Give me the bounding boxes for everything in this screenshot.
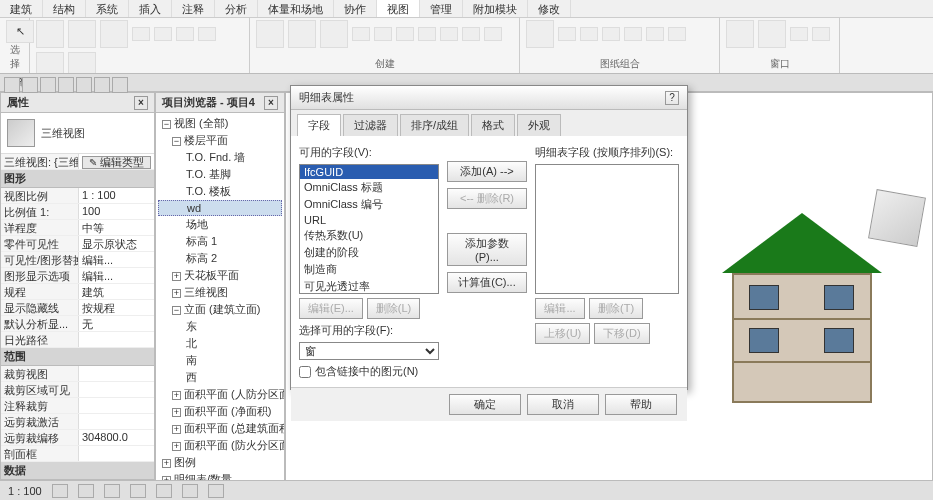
add-button[interactable]: 添加(A) --> bbox=[447, 161, 527, 182]
tab-analyze[interactable]: 分析 bbox=[215, 0, 258, 17]
tree-item[interactable]: 北 bbox=[158, 335, 282, 352]
prop-value[interactable]: 304800.0 bbox=[79, 430, 154, 445]
available-fields-list[interactable]: IfcGUIDOmniClass 标题OmniClass 编号URL传热系数(U… bbox=[299, 164, 439, 294]
ok-button[interactable]: 确定 bbox=[449, 394, 521, 415]
tree-elev[interactable]: −立面 (建筑立面) bbox=[158, 301, 282, 318]
tree-item[interactable]: T.O. Fnd. 墙 bbox=[158, 149, 282, 166]
thin-lines-button[interactable] bbox=[132, 27, 150, 41]
tree-ceiling[interactable]: +天花板平面 bbox=[158, 267, 282, 284]
tab-addin[interactable]: 附加模块 bbox=[463, 0, 528, 17]
tab-sys[interactable]: 系统 bbox=[86, 0, 129, 17]
cut-profile-button[interactable] bbox=[198, 27, 216, 41]
legend-button[interactable] bbox=[440, 27, 458, 41]
tree-item[interactable]: T.O. 楼板 bbox=[158, 183, 282, 200]
project-tree[interactable]: −视图 (全部) −楼层平面 T.O. Fnd. 墙T.O. 基脚T.O. 楼板… bbox=[156, 113, 284, 499]
sheet-button[interactable] bbox=[526, 20, 554, 48]
category-camera[interactable]: 数据 bbox=[1, 462, 154, 480]
list-item[interactable]: IfcGUID bbox=[300, 165, 438, 179]
prop-value[interactable] bbox=[79, 398, 154, 413]
close-icon[interactable]: × bbox=[264, 96, 278, 110]
tab-struct[interactable]: 结构 bbox=[43, 0, 86, 17]
prop-value[interactable] bbox=[79, 414, 154, 429]
tree-floor-plans[interactable]: −楼层平面 bbox=[158, 132, 282, 149]
prop-value[interactable]: 无 bbox=[79, 316, 154, 331]
tree-area3[interactable]: +面积平面 (总建筑面积) bbox=[158, 420, 282, 437]
tab-modify[interactable]: 修改 bbox=[528, 0, 571, 17]
revision-button[interactable] bbox=[646, 27, 664, 41]
qat-btn[interactable] bbox=[4, 77, 20, 93]
dialog-close-icon[interactable]: ? bbox=[665, 91, 679, 105]
tab-sort[interactable]: 排序/成组 bbox=[400, 114, 469, 136]
sb-btn[interactable] bbox=[104, 484, 120, 498]
sb-btn[interactable] bbox=[130, 484, 146, 498]
delete-field-button[interactable]: 删除(L) bbox=[367, 298, 420, 319]
close-window-button[interactable] bbox=[758, 20, 786, 48]
matchline-button[interactable] bbox=[602, 27, 620, 41]
visibility-button[interactable] bbox=[68, 20, 96, 48]
prop-value[interactable] bbox=[79, 366, 154, 381]
title-block-button[interactable] bbox=[580, 27, 598, 41]
list-item[interactable]: OmniClass 标题 bbox=[300, 179, 438, 196]
tab-annot[interactable]: 注释 bbox=[172, 0, 215, 17]
tree-item[interactable]: 标高 2 bbox=[158, 250, 282, 267]
close-icon[interactable]: × bbox=[134, 96, 148, 110]
calc-value-button[interactable]: 计算值(C)... bbox=[447, 272, 527, 293]
list-item[interactable]: 可见光透过率 bbox=[300, 278, 438, 294]
view-templates-button[interactable] bbox=[36, 20, 64, 48]
tab-fields[interactable]: 字段 bbox=[297, 114, 341, 136]
edit-field-button[interactable]: 编辑(E)... bbox=[299, 298, 363, 319]
prop-value[interactable]: 100 bbox=[79, 204, 154, 219]
move-down-button[interactable]: 下移(D) bbox=[594, 323, 649, 344]
tree-area2[interactable]: +面积平面 (净面积) bbox=[158, 403, 282, 420]
prop-value[interactable]: 显示原状态 bbox=[79, 236, 154, 251]
tree-3d[interactable]: +三维视图 bbox=[158, 284, 282, 301]
prop-value[interactable] bbox=[79, 446, 154, 461]
tab-format[interactable]: 格式 bbox=[471, 114, 515, 136]
qat-btn[interactable] bbox=[22, 77, 38, 93]
render-button[interactable] bbox=[36, 52, 64, 74]
delete2-button[interactable]: 删除(T) bbox=[589, 298, 643, 319]
tab-arch[interactable]: 建筑 bbox=[0, 0, 43, 17]
help-button[interactable]: 帮助 bbox=[605, 394, 677, 415]
tab-manage[interactable]: 管理 bbox=[420, 0, 463, 17]
edit-type-button[interactable]: ✎ 编辑类型 bbox=[82, 156, 151, 169]
sb-btn[interactable] bbox=[208, 484, 224, 498]
prop-value[interactable]: 建筑 bbox=[79, 284, 154, 299]
remove-hidden-button[interactable] bbox=[176, 27, 194, 41]
add-param-button[interactable]: 添加参数(P)... bbox=[447, 233, 527, 266]
drafting-view-button[interactable] bbox=[396, 27, 414, 41]
list-item[interactable]: OmniClass 编号 bbox=[300, 196, 438, 213]
plan-view-button[interactable] bbox=[352, 27, 370, 41]
tab-filter[interactable]: 过滤器 bbox=[343, 114, 398, 136]
tab-view[interactable]: 视图 bbox=[377, 0, 420, 17]
view-ref-button[interactable] bbox=[624, 27, 642, 41]
tab-mass[interactable]: 体量和场地 bbox=[258, 0, 334, 17]
qat-btn[interactable] bbox=[94, 77, 110, 93]
prop-value[interactable]: 编辑... bbox=[79, 252, 154, 267]
list-item[interactable]: URL bbox=[300, 213, 438, 227]
sb-btn[interactable] bbox=[78, 484, 94, 498]
list-item[interactable]: 传热系数(U) bbox=[300, 227, 438, 244]
tile-button[interactable] bbox=[790, 27, 808, 41]
tree-item[interactable]: 标高 1 bbox=[158, 233, 282, 250]
sb-btn[interactable] bbox=[52, 484, 68, 498]
remove-button[interactable]: <-- 删除(R) bbox=[447, 188, 527, 209]
ui-button[interactable] bbox=[812, 27, 830, 41]
scope-box-button[interactable] bbox=[484, 27, 502, 41]
type-selector[interactable]: 三维视图: {三维} bbox=[1, 154, 79, 169]
list-item[interactable]: 创建的阶段 bbox=[300, 244, 438, 261]
cloud-render-button[interactable] bbox=[68, 52, 96, 74]
elevation-button[interactable] bbox=[374, 27, 392, 41]
section-button[interactable] bbox=[288, 20, 316, 48]
sb-btn[interactable] bbox=[156, 484, 172, 498]
tab-collab[interactable]: 协作 bbox=[334, 0, 377, 17]
prop-value[interactable] bbox=[79, 382, 154, 397]
sb-btn[interactable] bbox=[182, 484, 198, 498]
place-view-button[interactable] bbox=[558, 27, 576, 41]
tree-area1[interactable]: +面积平面 (人防分区面积) bbox=[158, 386, 282, 403]
category-graphics[interactable]: 图形 bbox=[1, 170, 154, 188]
move-up-button[interactable]: 上移(U) bbox=[535, 323, 590, 344]
tree-root[interactable]: −视图 (全部) bbox=[158, 115, 282, 132]
tree-item[interactable]: 东 bbox=[158, 318, 282, 335]
tab-appearance[interactable]: 外观 bbox=[517, 114, 561, 136]
